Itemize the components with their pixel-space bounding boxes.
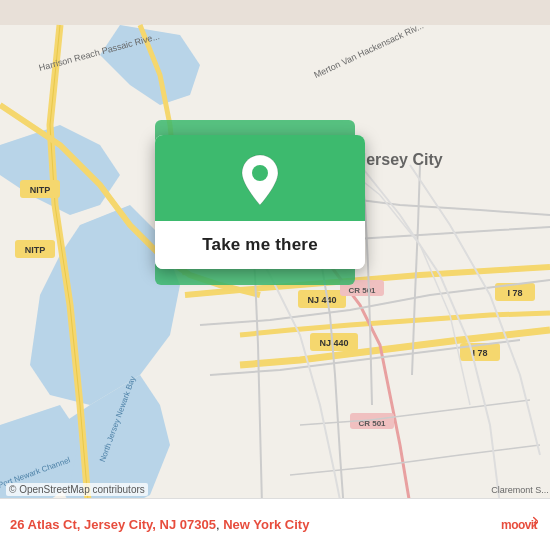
address-display: 26 Atlas Ct, Jersey City, NJ 07305, New … (10, 517, 500, 532)
map-background: NJ 440 NJ 440 I 78 I 78 CR 501 CR 501 (0, 0, 550, 550)
svg-text:NJ 440: NJ 440 (319, 338, 348, 348)
svg-text:I 78: I 78 (507, 288, 522, 298)
svg-text:moovit: moovit (501, 518, 537, 532)
svg-text:NITP: NITP (25, 245, 46, 255)
address-main: 26 Atlas Ct, Jersey City, NJ 07305 (10, 517, 216, 532)
svg-text:NITP: NITP (30, 185, 51, 195)
svg-text:NJ 440: NJ 440 (307, 295, 336, 305)
svg-text:I 78: I 78 (472, 348, 487, 358)
map-attribution: © OpenStreetMap contributors (6, 483, 148, 496)
location-pin-icon (238, 153, 282, 207)
take-me-there-button[interactable]: Take me there (155, 221, 365, 269)
svg-text:Claremont S...: Claremont S... (491, 485, 549, 495)
moovit-logo-svg: moovit (500, 511, 538, 539)
svg-text:CR 501: CR 501 (348, 286, 376, 295)
moovit-logo: moovit (500, 511, 538, 539)
svg-point-29 (252, 165, 268, 181)
popup-header (155, 135, 365, 221)
bottom-bar: 26 Atlas Ct, Jersey City, NJ 07305, New … (0, 498, 550, 550)
map-container: NJ 440 NJ 440 I 78 I 78 CR 501 CR 501 (0, 0, 550, 550)
svg-text:Jersey City: Jersey City (357, 151, 442, 168)
location-popup: Take me there (155, 135, 365, 269)
address-city: New York City (223, 517, 309, 532)
